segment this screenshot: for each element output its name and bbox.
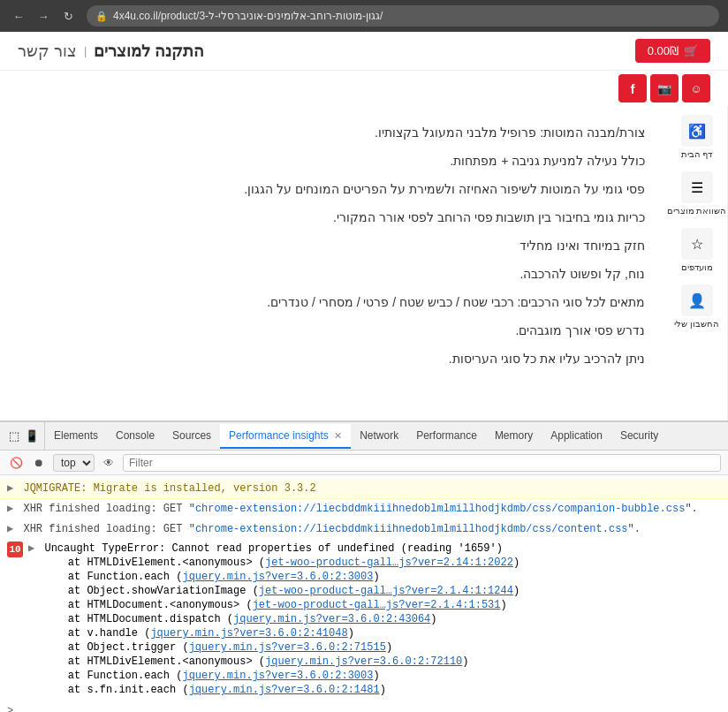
tab-application[interactable]: Application	[542, 424, 611, 449]
sidebar-item-home[interactable]: ♿ דף הבית	[681, 115, 713, 159]
error-block: ▶ Uncaught TypeError: Cannot read proper…	[28, 542, 721, 698]
expand-arrow-error[interactable]: ▶	[28, 542, 34, 555]
xhr2-link[interactable]: chrome-extension://liecbddmkiiihnedoblml…	[195, 523, 628, 535]
product-desc-6: נוח, קל ופשוט להרכבה.	[21, 261, 645, 286]
stack-line-5: at HTMLDocument.dispatch (jquery.min.js?…	[42, 613, 721, 625]
stack-link-4[interactable]: jet-woo-product-gall…js?ver=2.1.4:1:531	[253, 599, 501, 611]
content-area: ♿ דף הבית ☰ השוואת מוצרים ☆ מועדפים 👤 הח…	[0, 106, 728, 420]
prompt-symbol: >	[7, 705, 13, 712]
sidebar-label-home: דף הבית	[681, 149, 713, 159]
tab-network[interactable]: Network	[351, 424, 407, 449]
stack-line-3: at Object.showVariationImage (jet-woo-pr…	[42, 585, 721, 597]
clear-console-button[interactable]: 🚫	[7, 454, 25, 472]
tab-performance[interactable]: Performance	[407, 424, 486, 449]
error-count-badge: 10	[7, 542, 23, 557]
console-line-xhr2: ▶ XHR finished loading: GET "chrome-exte…	[0, 519, 728, 540]
devtools-icons-left: ⬚ 📱	[4, 422, 45, 450]
stack-line-9: at Function.each (jquery.min.js?ver=3.6.…	[42, 670, 721, 682]
product-desc-9: ניתן להרכיב עליו את כל סוגי העריסות.	[21, 346, 645, 371]
site-name: התקנה למוצרים	[94, 42, 204, 61]
page-content: 🛒 0.00₪ התקנה למוצרים | צור קשר ☺ 📷 f ♿ …	[0, 32, 728, 420]
stack-line-1: at HTMLDivElement.<anonymous> (jet-woo-p…	[42, 557, 721, 569]
sidebar-label-compare: השוואת מוצרים	[667, 206, 727, 216]
stack-line-6: at v.handle (jquery.min.js?ver=3.6.0:2:4…	[42, 627, 721, 640]
xhr1-text: XHR finished loading: GET "chrome-extens…	[23, 503, 697, 515]
tab-console[interactable]: Console	[107, 424, 163, 449]
console-prompt[interactable]: >	[0, 701, 728, 712]
sidebar-item-favorites[interactable]: ☆ מועדפים	[681, 228, 713, 272]
lock-icon: 🔒	[95, 11, 108, 22]
stack-line-10: at s.fn.init.each (jquery.min.js?ver=3.6…	[42, 684, 721, 696]
address-bar[interactable]: 🔒 4x4u.co.il/product/גגון-מוטות-רוחב-אלו…	[87, 5, 719, 27]
main-text-area: צורת/מבנה המוטות: פרופיל מלבני המעוגל בק…	[0, 106, 666, 420]
cart-button[interactable]: 🛒 0.00₪	[635, 39, 710, 63]
stack-link-2[interactable]: jquery.min.js?ver=3.6.0:2:3003	[182, 571, 373, 583]
back-button[interactable]: ←	[9, 6, 28, 26]
social-btn-facebook[interactable]: f	[618, 74, 647, 102]
devtools-panel: ⬚ 📱 Elements Console Sources Performance…	[0, 420, 728, 712]
tab-sources[interactable]: Sources	[163, 424, 220, 449]
stack-link-5[interactable]: jquery.min.js?ver=3.6.0:2:43064	[233, 613, 430, 625]
product-desc-7: מתאים לכל סוגי הרכבים: רכבי שטח / כביש ש…	[21, 290, 645, 314]
console-output: ▶ JQMIGRATE: Migrate is installed, versi…	[0, 475, 728, 712]
stack-link-1[interactable]: jet-woo-product-gall…js?ver=2.14:1:2022	[265, 557, 513, 569]
expand-arrow-warning[interactable]: ▶	[7, 482, 13, 495]
cart-icon: 🛒	[684, 44, 698, 57]
devtools-tabs: ⬚ 📱 Elements Console Sources Performance…	[0, 422, 728, 451]
stack-link-10[interactable]: jquery.min.js?ver=3.6.0:2:1481	[189, 684, 380, 696]
reload-button[interactable]: ↻	[58, 6, 78, 26]
site-header: 🛒 0.00₪ התקנה למוצרים | צור קשר	[0, 32, 728, 71]
social-row: ☺ 📷 f	[0, 71, 728, 106]
expand-arrow-xhr2[interactable]: ▶	[7, 523, 13, 535]
device-icon[interactable]: 📱	[25, 429, 39, 443]
stack-link-8[interactable]: jquery.min.js?ver=3.6.0:2:72110	[265, 655, 462, 668]
site-title-area: התקנה למוצרים | צור קשר	[18, 42, 204, 61]
tab-security[interactable]: Security	[611, 424, 667, 449]
filter-input[interactable]	[123, 454, 721, 472]
url-text: 4x4u.co.il/product/גגון-מוטות-רוחב-אלומי…	[113, 10, 383, 22]
favorites-icon: ☆	[681, 228, 713, 260]
sidebar-item-compare[interactable]: ☰ השוואת מוצרים	[667, 171, 727, 216]
social-btn-smiley[interactable]: ☺	[682, 74, 710, 102]
preserve-log-button[interactable]: ⏺	[30, 454, 48, 472]
console-line-warning: ▶ JQMIGRATE: Migrate is installed, versi…	[0, 479, 728, 499]
product-desc-4: כריות גומי בחיבור בין תושבות פסי הרוחב ל…	[21, 205, 645, 230]
error-container: 10 ▶ Uncaught TypeError: Cannot read pro…	[0, 540, 728, 701]
inspect-icon[interactable]: ⬚	[9, 429, 19, 443]
error-message: ▶ Uncaught TypeError: Cannot read proper…	[28, 542, 721, 555]
context-selector[interactable]: top	[53, 454, 95, 472]
stack-link-6[interactable]: jquery.min.js?ver=3.6.0:2:41048	[150, 627, 347, 640]
stack-line-7: at Object.trigger (jquery.min.js?ver=3.6…	[42, 641, 721, 654]
tab-elements[interactable]: Elements	[45, 424, 107, 449]
sidebar: ♿ דף הבית ☰ השוואת מוצרים ☆ מועדפים 👤 הח…	[666, 106, 728, 420]
eye-icon[interactable]: 👁	[100, 454, 118, 472]
stack-line-8: at HTMLDivElement.<anonymous> (jquery.mi…	[42, 655, 721, 668]
stack-link-9[interactable]: jquery.min.js?ver=3.6.0:2:3003	[182, 670, 373, 682]
tab-memory[interactable]: Memory	[486, 424, 542, 449]
social-btn-instagram[interactable]: 📷	[650, 74, 679, 102]
tab-performance-insights[interactable]: Performance insights ✕	[220, 424, 351, 449]
tab-close-icon[interactable]: ✕	[334, 430, 342, 441]
stack-line-4: at HTMLDocument.<anonymous> (jet-woo-pro…	[42, 599, 721, 611]
sidebar-label-account: החשבון שלי	[674, 319, 719, 329]
expand-arrow-xhr1[interactable]: ▶	[7, 503, 13, 515]
xhr2-text: XHR finished loading: GET "chrome-extens…	[23, 523, 641, 535]
sidebar-item-account[interactable]: 👤 החשבון שלי	[674, 284, 719, 329]
console-line-xhr1: ▶ XHR finished loading: GET "chrome-exte…	[0, 499, 728, 519]
product-desc-1: צורת/מבנה המוטות: פרופיל מלבני המעוגל בק…	[21, 120, 645, 145]
cart-amount: 0.00₪	[648, 44, 679, 57]
devtools-toolbar: 🚫 ⏺ top 👁	[0, 451, 728, 475]
xhr1-link[interactable]: chrome-extension://liecbddmkiiihnedoblml…	[195, 503, 686, 515]
browser-bar: ← → ↻ 🔒 4x4u.co.il/product/גגון-מוטות-רו…	[0, 0, 728, 32]
warning-text: JQMIGRATE: Migrate is installed, version…	[23, 482, 315, 495]
sidebar-label-favorites: מועדפים	[681, 262, 713, 272]
title-separator: |	[84, 44, 87, 57]
stack-link-7[interactable]: jquery.min.js?ver=3.6.0:2:71515	[189, 641, 386, 654]
stack-link-3[interactable]: jet-woo-product-gall…js?ver=2.1.4:1:1244	[259, 585, 513, 597]
forward-button[interactable]: →	[34, 6, 53, 26]
stack-line-2: at Function.each (jquery.min.js?ver=3.6.…	[42, 571, 721, 583]
account-icon: 👤	[681, 284, 713, 316]
product-desc-5: חזק במיוחד ואינו מחליד	[21, 233, 645, 258]
product-desc-8: נדרש פסי אורך מוגבהים.	[21, 318, 645, 343]
compare-icon: ☰	[681, 171, 713, 203]
